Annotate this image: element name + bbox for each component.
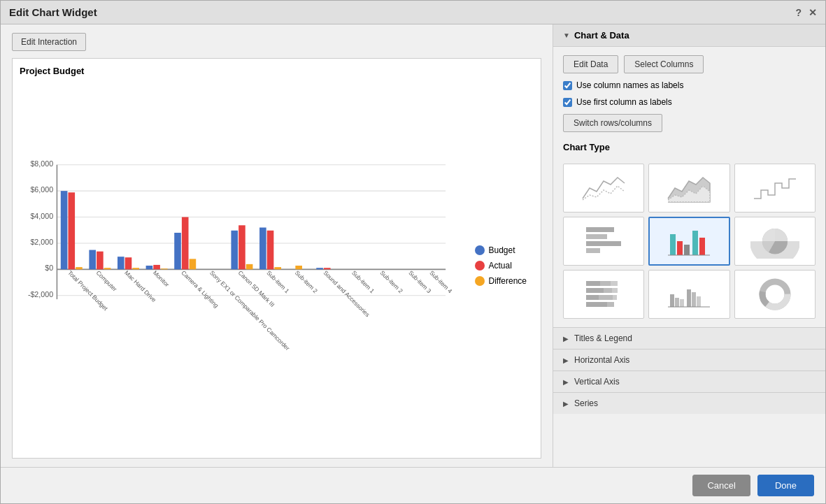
dialog-body: Edit Interaction Project Budget $8,000 $… bbox=[1, 24, 825, 467]
chart-legend: Budget Actual Difference bbox=[461, 80, 534, 451]
svg-text:Sub-item 4: Sub-item 4 bbox=[428, 269, 453, 294]
svg-rect-33 bbox=[267, 231, 274, 270]
edit-data-button[interactable]: Edit Data bbox=[563, 55, 618, 73]
checkbox-use-first-column: Use first column as labels bbox=[563, 97, 816, 107]
svg-rect-22 bbox=[132, 268, 139, 269]
close-icon[interactable]: ✕ bbox=[809, 7, 817, 18]
chart-type-line[interactable] bbox=[563, 164, 644, 213]
checkbox-use-column-names: Use column names as labels bbox=[563, 80, 816, 90]
svg-rect-34 bbox=[274, 267, 281, 269]
svg-rect-16 bbox=[76, 267, 83, 269]
svg-rect-73 bbox=[586, 302, 607, 307]
svg-rect-28 bbox=[190, 259, 197, 269]
dialog-title: Edit Chart Widget bbox=[9, 6, 97, 18]
svg-rect-57 bbox=[677, 241, 683, 255]
svg-text:$6,000: $6,000 bbox=[30, 185, 53, 194]
legend-label-difference: Difference bbox=[489, 276, 527, 286]
svg-text:-$2,000: -$2,000 bbox=[28, 290, 53, 298]
section-arrow-icon: ▼ bbox=[563, 31, 570, 39]
edit-interaction-button[interactable]: Edit Interaction bbox=[12, 33, 86, 51]
svg-text:Sub-item 2: Sub-item 2 bbox=[294, 269, 319, 294]
svg-rect-79 bbox=[692, 292, 696, 307]
collapsible-horizontal-axis[interactable]: ▶ Horizontal Axis bbox=[553, 349, 825, 370]
svg-point-85 bbox=[769, 289, 781, 300]
chart-data-section-header: ▼ Chart & Data bbox=[553, 24, 825, 47]
chart-type-hbar[interactable] bbox=[563, 217, 644, 266]
chart-inner: $8,000 $6,000 $4,000 $2,000 $0 -$2,000 bbox=[20, 80, 534, 451]
svg-rect-70 bbox=[586, 295, 599, 300]
collapsible-series-label: Series bbox=[574, 398, 598, 408]
svg-rect-72 bbox=[613, 295, 617, 300]
svg-text:$0: $0 bbox=[45, 264, 53, 272]
svg-rect-56 bbox=[670, 234, 676, 255]
svg-rect-27 bbox=[182, 217, 189, 270]
svg-rect-17 bbox=[89, 250, 96, 270]
switch-rows-columns-button[interactable]: Switch rows/columns bbox=[563, 114, 662, 132]
checkbox-column-names-input[interactable] bbox=[563, 81, 572, 90]
svg-rect-36 bbox=[316, 268, 323, 269]
svg-text:Sub-item 2: Sub-item 2 bbox=[379, 269, 404, 294]
svg-rect-14 bbox=[61, 191, 68, 269]
svg-rect-59 bbox=[692, 231, 698, 255]
btn-row: Edit Data Select Columns bbox=[563, 55, 816, 73]
svg-rect-58 bbox=[684, 245, 690, 255]
collapsible-titles-legend[interactable]: ▶ Titles & Legend bbox=[553, 327, 825, 349]
chart-type-step[interactable] bbox=[734, 164, 816, 213]
svg-rect-21 bbox=[125, 257, 132, 269]
svg-rect-66 bbox=[611, 281, 618, 286]
svg-rect-52 bbox=[586, 227, 614, 232]
arrow-right-icon-s: ▶ bbox=[563, 400, 569, 408]
collapsible-series[interactable]: ▶ Series bbox=[553, 392, 825, 414]
svg-rect-60 bbox=[699, 238, 705, 255]
svg-rect-76 bbox=[675, 298, 679, 307]
svg-rect-23 bbox=[146, 266, 153, 269]
svg-rect-80 bbox=[697, 296, 701, 307]
svg-text:$8,000: $8,000 bbox=[30, 159, 53, 168]
svg-rect-75 bbox=[670, 294, 674, 307]
svg-text:Sub-item 1: Sub-item 1 bbox=[350, 269, 376, 294]
collapsible-titles-legend-label: Titles & Legend bbox=[574, 333, 632, 343]
chart-title: Project Budget bbox=[20, 66, 534, 76]
svg-rect-67 bbox=[586, 288, 604, 293]
svg-rect-31 bbox=[246, 264, 253, 269]
chart-svg-area: $8,000 $6,000 $4,000 $2,000 $0 -$2,000 bbox=[20, 80, 461, 451]
select-columns-button[interactable]: Select Columns bbox=[624, 55, 704, 73]
legend-item-budget: Budget bbox=[475, 245, 527, 255]
svg-rect-68 bbox=[604, 288, 612, 293]
titlebar-icons: ? ✕ bbox=[795, 7, 817, 18]
svg-rect-29 bbox=[231, 231, 238, 270]
cancel-button[interactable]: Cancel bbox=[692, 475, 750, 496]
svg-text:Sub-item 1: Sub-item 1 bbox=[265, 269, 290, 294]
svg-rect-78 bbox=[687, 289, 691, 307]
collapsible-horizontal-axis-label: Horizontal Axis bbox=[574, 355, 629, 365]
dialog-footer: Cancel Done bbox=[1, 467, 825, 503]
legend-dot-difference bbox=[475, 276, 485, 286]
arrow-right-icon: ▶ bbox=[563, 335, 569, 343]
arrow-right-icon-v: ▶ bbox=[563, 378, 569, 386]
checkbox-first-column-input[interactable] bbox=[563, 98, 572, 107]
done-button[interactable]: Done bbox=[757, 475, 814, 496]
collapsible-vertical-axis[interactable]: ▶ Vertical Axis bbox=[553, 370, 825, 392]
legend-item-difference: Difference bbox=[475, 276, 527, 286]
chart-type-vgrouped[interactable] bbox=[648, 270, 729, 319]
svg-rect-30 bbox=[238, 225, 245, 269]
svg-rect-32 bbox=[259, 227, 266, 269]
right-panel: ▼ Chart & Data Edit Data Select Columns … bbox=[553, 24, 825, 467]
legend-item-actual: Actual bbox=[475, 261, 527, 271]
checkbox-first-column-label: Use first column as labels bbox=[576, 97, 672, 107]
help-icon[interactable]: ? bbox=[795, 7, 802, 18]
chart-type-label: Chart Type bbox=[563, 142, 816, 152]
chart-type-area[interactable] bbox=[648, 164, 729, 213]
checkbox-column-names-label: Use column names as labels bbox=[576, 80, 683, 90]
svg-text:$4,000: $4,000 bbox=[30, 212, 53, 220]
chart-type-vbar[interactable] bbox=[648, 217, 729, 266]
dialog-titlebar: Edit Chart Widget ? ✕ bbox=[1, 1, 825, 24]
chart-type-pie[interactable] bbox=[734, 217, 816, 266]
chart-type-hstacked[interactable] bbox=[563, 270, 644, 319]
svg-rect-26 bbox=[174, 233, 181, 269]
svg-rect-69 bbox=[612, 288, 618, 293]
svg-rect-64 bbox=[586, 281, 600, 286]
chart-type-donut[interactable] bbox=[734, 270, 816, 319]
svg-rect-77 bbox=[680, 299, 684, 307]
svg-rect-15 bbox=[68, 192, 75, 269]
